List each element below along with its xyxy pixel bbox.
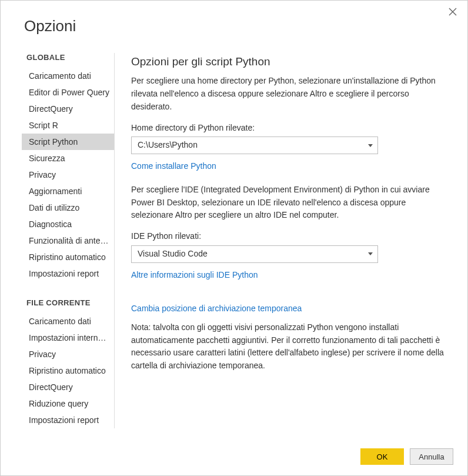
sidebar-item-dati-utilizzo[interactable]: Dati di utilizzo <box>22 199 114 216</box>
sidebar-item-diagnostica[interactable]: Diagnostica <box>22 216 114 232</box>
close-icon <box>449 8 457 16</box>
ide-info-link[interactable]: Altre informazioni sugli IDE Python <box>131 269 258 282</box>
sidebar-item-file-privacy[interactable]: Privacy <box>22 346 114 362</box>
home-directory-label: Home directory di Python rilevate: <box>131 122 446 135</box>
home-directory-value: C:\Users\Python <box>138 139 198 152</box>
sidebar-item-aggiornamenti[interactable]: Aggiornamenti <box>22 183 114 199</box>
storage-note: Nota: talvolta con gli oggetti visivi pe… <box>131 321 446 372</box>
sidebar: GLOBALE Caricamento dati Editor di Power… <box>22 53 115 428</box>
home-directory-dropdown[interactable]: C:\Users\Python <box>131 137 378 154</box>
home-directory-description: Per scegliere una home directory per Pyt… <box>131 75 446 113</box>
close-button[interactable] <box>449 8 459 18</box>
change-storage-link[interactable]: Cambia posizione di archiviazione tempor… <box>131 302 302 315</box>
sidebar-item-file-ripristino-automatico[interactable]: Ripristino automatico <box>22 362 114 379</box>
sidebar-item-file-riduzione-query[interactable]: Riduzione query <box>22 395 114 412</box>
options-dialog: Opzioni GLOBALE Caricamento dati Editor … <box>0 0 468 476</box>
dialog-footer: OK Annulla <box>360 448 453 465</box>
sidebar-item-sicurezza[interactable]: Sicurezza <box>22 150 114 167</box>
sidebar-section-file-corrente: FILE CORRENTE <box>26 298 114 307</box>
sidebar-item-file-directquery[interactable]: DirectQuery <box>22 379 114 395</box>
dialog-title: Opzioni <box>1 1 467 35</box>
install-python-link[interactable]: Come installare Python <box>131 160 216 173</box>
sidebar-item-editor-power-query[interactable]: Editor di Power Query <box>22 84 114 101</box>
sidebar-item-file-impostazioni-report[interactable]: Impostazioni report <box>22 412 114 428</box>
sidebar-item-script-python[interactable]: Script Python <box>22 134 114 150</box>
ok-button[interactable]: OK <box>360 448 404 465</box>
ide-dropdown[interactable]: Visual Studio Code <box>131 245 378 263</box>
chevron-down-icon <box>368 252 373 255</box>
ide-value: Visual Studio Code <box>138 248 208 261</box>
content-title: Opzioni per gli script Python <box>131 53 446 70</box>
sidebar-item-funzionalita-anteprima[interactable]: Funzionalità di antep… <box>22 232 114 249</box>
sidebar-section-global: GLOBALE <box>26 53 114 62</box>
ide-label: IDE Python rilevati: <box>131 230 446 243</box>
chevron-down-icon <box>368 144 373 147</box>
sidebar-item-caricamento-dati[interactable]: Caricamento dati <box>22 68 114 84</box>
sidebar-item-ripristino-automatico[interactable]: Ripristino automatico <box>22 249 114 265</box>
content-panel: Opzioni per gli script Python Per scegli… <box>115 53 446 428</box>
sidebar-item-impostazioni-report[interactable]: Impostazioni report <box>22 265 114 282</box>
sidebar-item-script-r[interactable]: Script R <box>22 117 114 134</box>
sidebar-item-directquery[interactable]: DirectQuery <box>22 101 114 117</box>
cancel-button[interactable]: Annulla <box>410 448 453 465</box>
sidebar-item-file-caricamento-dati[interactable]: Caricamento dati <box>22 313 114 329</box>
ide-description: Per scegliere l'IDE (Integrated Developm… <box>131 184 446 222</box>
sidebar-item-file-impostazioni-internazionali[interactable]: Impostazioni interna… <box>22 329 114 346</box>
sidebar-item-privacy[interactable]: Privacy <box>22 167 114 183</box>
